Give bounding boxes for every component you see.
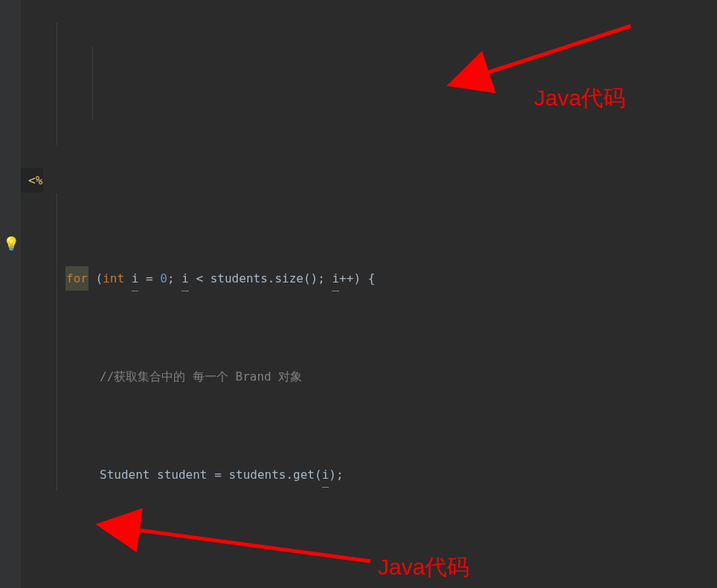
svg-line-1 <box>132 529 370 561</box>
code-line: <% <box>21 168 717 193</box>
code-line: Student student = students.get(i); <box>21 462 717 487</box>
arrow-icon <box>110 513 393 580</box>
code-area[interactable]: <% for (int i = 0; i < students.size(); … <box>21 0 717 588</box>
gutter: 💡 <box>0 0 21 588</box>
code-line: //获取集合中的 每一个 Brand 对象 <box>21 364 717 389</box>
svg-line-0 <box>482 26 631 74</box>
indent-guides <box>21 0 64 588</box>
arrow-icon <box>460 19 638 108</box>
code-line: for (int i = 0; i < students.size(); i++… <box>21 266 717 291</box>
code-editor[interactable]: 💡 <% for (int i = 0; i < students.size()… <box>0 0 717 588</box>
lightbulb-icon[interactable]: 💡 <box>3 236 19 251</box>
